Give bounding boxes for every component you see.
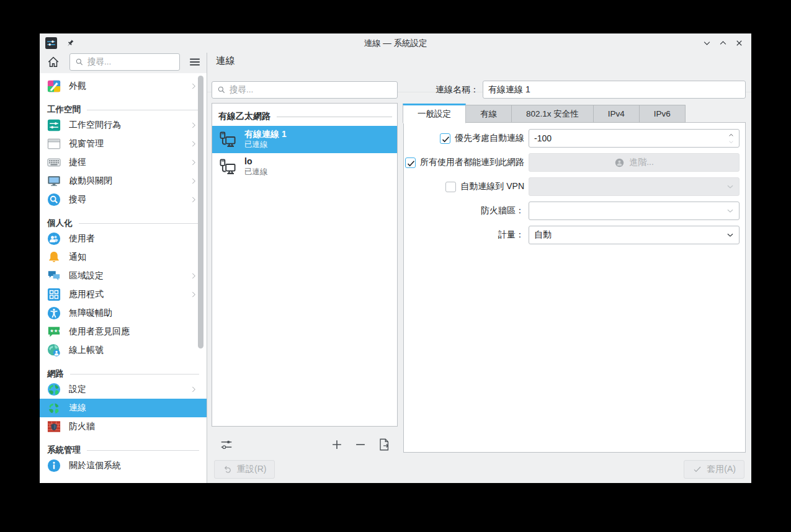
sidebar-item-online-accounts[interactable]: 線上帳號 <box>40 341 207 360</box>
tab-bar: 一般設定有線802.1x 安全性IPv4IPv6 <box>403 104 686 123</box>
chevron-right-icon <box>189 121 198 130</box>
minimize-icon[interactable] <box>702 38 712 48</box>
configure-button[interactable] <box>220 438 233 451</box>
sidebar-item-startup-shutdown[interactable]: 啟動與關閉 <box>40 172 207 190</box>
apply-button[interactable]: 套用(A) <box>684 460 744 479</box>
close-icon[interactable] <box>735 38 744 48</box>
connection-search-placeholder: 搜尋... <box>230 84 253 95</box>
sidebar-nav: 外觀工作空間工作空間行為視窗管理捷徑啟動與關閉搜尋個人化使用者通知區域設定應用程… <box>40 73 207 475</box>
sidebar-item-network-settings[interactable]: 設定 <box>40 380 207 399</box>
field-label-all-users: 所有使用者都能連到此網路 <box>409 157 524 168</box>
connection-search-input[interactable]: 搜尋... <box>212 81 398 99</box>
connection-item-text: 有線連線 1已連線 <box>244 129 392 149</box>
tab-ipv6[interactable]: IPv6 <box>639 105 686 123</box>
sidebar-item-firewall[interactable]: 防火牆 <box>40 417 207 436</box>
spin-up-icon[interactable] <box>727 132 735 138</box>
sidebar-section-header: 個人化 <box>40 217 207 229</box>
field-label-text: 自動連線到 VPN <box>460 181 524 192</box>
sidebar-item-window-management[interactable]: 視窗管理 <box>40 135 207 153</box>
connection-name-input[interactable]: 有線連線 1 <box>483 81 746 99</box>
sidebar-item-label: 線上帳號 <box>69 345 202 356</box>
connection-item-status: 已連線 <box>244 140 392 150</box>
sidebar-section-title: 個人化 <box>47 218 73 229</box>
sidebar-item-users[interactable]: 使用者 <box>40 229 207 248</box>
home-button[interactable] <box>47 55 60 69</box>
sidebar-section-header: 網路 <box>40 368 207 380</box>
field-label-metered: 計量： <box>409 229 524 241</box>
sidebar-section-title: 網路 <box>47 368 64 379</box>
field-label-autoconnect-priority: 優先考慮自動連線 <box>409 133 524 144</box>
sidebar-item-search[interactable]: 搜尋 <box>40 190 207 209</box>
sidebar-item-connections[interactable]: 連線 <box>40 399 207 417</box>
autoconnect-priority-spinbox[interactable]: -100 <box>529 129 740 148</box>
sidebar-item-about-system[interactable]: 關於這個系統 <box>40 456 207 475</box>
sidebar-search-input[interactable]: 搜尋... <box>69 53 180 71</box>
tab-general[interactable]: 一般設定 <box>403 104 466 123</box>
sidebar-item-label: 搜尋 <box>69 194 189 205</box>
connection-item[interactable]: 有線連線 1已連線 <box>212 126 397 153</box>
autoconnect-priority-checkbox[interactable] <box>440 133 450 144</box>
field-control-metered: 自動 <box>529 226 740 244</box>
sidebar-item-accessibility[interactable]: 無障礙輔助 <box>40 304 207 322</box>
connection-name-row: 連線名稱： 有線連線 1 <box>403 81 746 99</box>
sidebar-item-shortcuts[interactable]: 捷徑 <box>40 153 207 172</box>
field-label-firewall-zone: 防火牆區： <box>409 205 524 216</box>
system-settings-app-icon <box>45 37 57 49</box>
field-label-text: 優先考慮自動連線 <box>455 133 524 144</box>
field-control-autoconnect-priority: -100 <box>529 129 740 148</box>
chevron-right-icon <box>189 385 198 394</box>
tab-ipv4[interactable]: IPv4 <box>593 105 640 123</box>
sidebar-search-placeholder: 搜尋... <box>87 56 111 68</box>
vpn-autoconnect-checkbox[interactable] <box>445 182 456 192</box>
sidebar-item-appearance[interactable]: 外觀 <box>40 77 207 95</box>
window-title: 連線 — 系統設定 <box>40 38 751 49</box>
toolbar-left <box>220 438 233 453</box>
sidebar-item-label: 工作空間行為 <box>69 120 189 131</box>
vpn-autoconnect-combobox[interactable] <box>529 177 740 196</box>
all-users-checkbox[interactable] <box>405 157 416 168</box>
field-control-vpn-autoconnect <box>529 177 740 196</box>
pin-icon[interactable] <box>65 38 75 48</box>
connection-group-title: 有線乙太網路 <box>218 111 270 122</box>
sidebar-scrollbar[interactable] <box>198 76 203 348</box>
firewall-zone-combobox[interactable] <box>529 202 740 220</box>
tab-security[interactable]: 802.1x 安全性 <box>511 105 594 123</box>
reset-button[interactable]: 重設(R) <box>214 460 275 479</box>
chevron-right-icon <box>189 177 198 185</box>
sidebar-item-label: 無障礙輔助 <box>69 308 202 319</box>
connection-item-status: 已連線 <box>244 167 392 177</box>
sidebar-item-applications[interactable]: 應用程式 <box>40 285 207 304</box>
field-row-vpn-autoconnect: 自動連線到 VPN <box>409 177 740 197</box>
button-label: 進階... <box>629 157 654 168</box>
general-settings-pane: 優先考慮自動連線-100所有使用者都能連到此網路進階...自動連線到 VPN防火… <box>403 122 746 453</box>
all-users-button[interactable]: 進階... <box>529 153 740 172</box>
sidebar-item-label: 連線 <box>69 402 202 414</box>
add-connection-button[interactable] <box>330 438 344 451</box>
tab-wired[interactable]: 有線 <box>465 105 512 123</box>
connection-item[interactable]: lo已連線 <box>212 153 397 180</box>
sidebar-item-label: 視窗管理 <box>69 138 189 149</box>
export-connection-button[interactable] <box>377 438 391 451</box>
connection-item-name: lo <box>244 156 392 167</box>
field-control-firewall-zone <box>529 202 740 220</box>
sidebar-item-workspace-behavior[interactable]: 工作空間行為 <box>40 116 207 135</box>
section-header-line <box>87 110 199 110</box>
connection-item-text: lo已連線 <box>244 156 392 177</box>
network-settings-icon <box>47 383 61 396</box>
metered-combobox[interactable]: 自動 <box>529 226 740 244</box>
field-label-vpn-autoconnect: 自動連線到 VPN <box>409 181 524 192</box>
regional-settings-icon <box>47 269 61 283</box>
maximize-icon[interactable] <box>718 38 728 48</box>
sidebar-item-feedback[interactable]: ★★★使用者意見回應 <box>40 322 207 341</box>
sidebar-item-regional-settings[interactable]: 區域設定 <box>40 267 207 285</box>
sidebar-item-label: 外觀 <box>69 81 189 92</box>
sidebar-item-notifications[interactable]: 通知 <box>40 248 207 267</box>
notifications-icon <box>47 250 61 264</box>
connections-icon <box>47 401 61 415</box>
check-icon <box>692 464 702 474</box>
menu-button[interactable] <box>188 55 202 69</box>
chevron-down-icon <box>726 182 735 191</box>
chevron-down-icon <box>726 206 735 215</box>
spin-down-icon[interactable] <box>727 139 735 145</box>
remove-connection-button[interactable] <box>354 438 367 451</box>
